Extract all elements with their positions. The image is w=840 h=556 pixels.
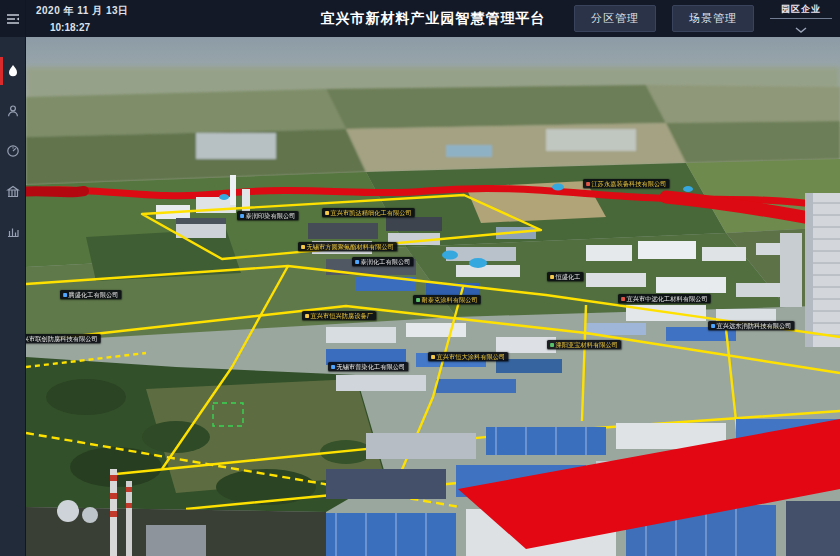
company-label-text: 腾盛化工有限公司 xyxy=(69,291,119,298)
company-label[interactable]: 宜兴市中远化工材料有限公司 xyxy=(618,294,711,303)
company-label-text: 宜兴市恒兴防腐设备厂 xyxy=(311,312,373,319)
company-label-text: 宜兴远东消防科技有限公司 xyxy=(717,322,792,329)
company-label[interactable]: 溧阳亚宝材料有限公司 xyxy=(547,340,621,349)
smart-park-platform: 2020 年 11 月 13日 10:18:27 宜兴市新材料产业园智慧管理平台… xyxy=(0,0,840,556)
company-label[interactable]: 泰润印染有限公司 xyxy=(237,211,299,220)
sidebar-item-enterprises[interactable] xyxy=(0,171,25,211)
hamburger-icon xyxy=(6,13,20,25)
company-marker-icon xyxy=(301,245,305,249)
company-marker-icon xyxy=(550,343,554,347)
company-marker-icon xyxy=(331,365,335,369)
company-marker-icon xyxy=(586,182,590,186)
company-label-text: 宜兴市恒大涂料有限公司 xyxy=(437,353,506,360)
sidebar-item-users[interactable] xyxy=(0,91,25,131)
company-marker-icon xyxy=(63,293,67,297)
top-right-controls: 分区管理 场景管理 园区企业 xyxy=(574,0,832,37)
company-label-text: 无锡市方圆聚氨酯材料有限公司 xyxy=(307,243,394,250)
zone-management-button[interactable]: 分区管理 xyxy=(574,5,656,32)
company-label[interactable]: 宜兴市凯达精细化工有限公司 xyxy=(322,208,415,217)
company-label-text: 耐泰克涂料有限公司 xyxy=(422,296,478,303)
gauge-icon xyxy=(6,144,20,158)
company-label-text: 宜兴市联创防腐科技有限公司 xyxy=(26,335,98,342)
company-label[interactable]: 宜兴市恒兴防腐设备厂 xyxy=(302,311,376,320)
current-time: 10:18:27 xyxy=(50,22,129,33)
company-label[interactable]: 耐泰克涂料有限公司 xyxy=(413,295,481,304)
datetime-block: 2020 年 11 月 13日 10:18:27 xyxy=(36,4,129,33)
company-marker-icon xyxy=(355,260,359,264)
company-label-text: 恒盛化工 xyxy=(556,273,581,280)
company-marker-icon xyxy=(431,355,435,359)
company-marker-icon xyxy=(416,298,420,302)
company-label-text: 无锡市普染化工有限公司 xyxy=(337,363,406,370)
company-label[interactable]: 宜兴远东消防科技有限公司 xyxy=(708,321,795,330)
company-label-text: 宜兴市凯达精细化工有限公司 xyxy=(331,209,412,216)
company-label[interactable]: 宜兴市联创防腐科技有限公司 xyxy=(26,334,101,343)
company-marker-icon xyxy=(325,211,329,215)
bank-icon xyxy=(6,184,20,198)
company-marker-icon xyxy=(711,324,715,328)
top-bar: 2020 年 11 月 13日 10:18:27 宜兴市新材料产业园智慧管理平台… xyxy=(26,0,840,37)
left-toolbar xyxy=(0,0,26,556)
company-marker-icon xyxy=(621,297,625,301)
park-enterprise-label: 园区企业 xyxy=(770,3,832,19)
menu-icon[interactable] xyxy=(0,0,25,37)
page-title: 宜兴市新材料产业园智慧管理平台 xyxy=(321,10,546,28)
user-icon xyxy=(6,104,20,118)
company-label[interactable]: 宜兴市恒大涂料有限公司 xyxy=(428,352,508,361)
chevron-down-icon xyxy=(795,27,807,33)
sidebar-item-alerts[interactable] xyxy=(0,51,25,91)
scene-management-button[interactable]: 场景管理 xyxy=(672,5,754,32)
company-label-text: 泰润印染有限公司 xyxy=(246,212,296,219)
flame-icon xyxy=(6,64,20,78)
sidebar-item-statistics[interactable] xyxy=(0,211,25,251)
park-enterprise-dropdown[interactable]: 园区企业 xyxy=(770,1,832,37)
company-marker-icon xyxy=(305,314,309,318)
factory-chart-icon xyxy=(6,224,20,238)
company-label-text: 泰润化工有限公司 xyxy=(361,258,411,265)
company-marker-icon xyxy=(240,214,244,218)
company-marker-icon xyxy=(550,275,554,279)
company-label[interactable]: 腾盛化工有限公司 xyxy=(60,290,122,299)
map-3d-viewport[interactable]: 泰润印染有限公司宜兴市凯达精细化工有限公司无锡市方圆聚氨酯材料有限公司泰润化工有… xyxy=(26,37,840,556)
company-label[interactable]: 无锡市方圆聚氨酯材料有限公司 xyxy=(298,242,397,251)
sidebar-item-monitor[interactable] xyxy=(0,131,25,171)
company-label-text: 溧阳亚宝材料有限公司 xyxy=(556,341,618,348)
company-label-text: 江苏永嘉装备科技有限公司 xyxy=(592,180,667,187)
company-label[interactable]: 恒盛化工 xyxy=(547,272,584,281)
company-label[interactable]: 江苏永嘉装备科技有限公司 xyxy=(583,179,670,188)
company-label-text: 宜兴市中远化工材料有限公司 xyxy=(627,295,708,302)
current-date: 2020 年 11 月 13日 xyxy=(36,4,129,18)
company-label[interactable]: 泰润化工有限公司 xyxy=(352,257,414,266)
company-label[interactable]: 无锡市普染化工有限公司 xyxy=(328,362,408,371)
company-labels-layer: 泰润印染有限公司宜兴市凯达精细化工有限公司无锡市方圆聚氨酯材料有限公司泰润化工有… xyxy=(26,37,840,556)
